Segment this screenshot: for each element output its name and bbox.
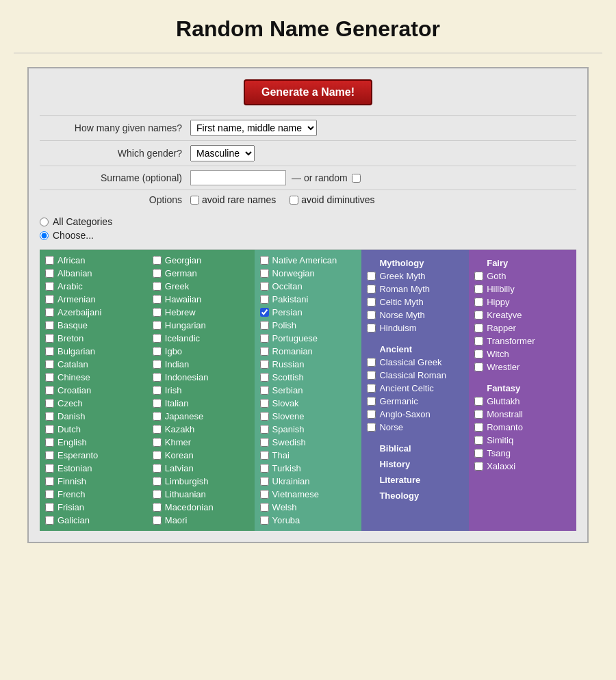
french-checkbox[interactable] [45, 490, 54, 499]
indian-checkbox[interactable] [153, 360, 162, 369]
catalan-checkbox[interactable] [45, 360, 54, 369]
anglo-saxon-checkbox[interactable] [367, 410, 376, 419]
rapper-checkbox[interactable] [474, 324, 483, 332]
japanese-checkbox[interactable] [153, 412, 162, 421]
gluttakh-checkbox[interactable] [474, 397, 483, 406]
arabic-checkbox[interactable] [45, 282, 54, 291]
pakistani-checkbox[interactable] [260, 295, 269, 304]
surname-input[interactable] [190, 170, 286, 185]
polish-checkbox[interactable] [260, 321, 269, 330]
thai-checkbox[interactable] [260, 451, 269, 460]
goth-checkbox[interactable] [474, 272, 483, 280]
welsh-checkbox[interactable] [260, 503, 269, 512]
transformer-checkbox[interactable] [474, 337, 483, 345]
persian-checkbox[interactable] [260, 308, 269, 317]
hungarian-checkbox[interactable] [153, 321, 162, 330]
frisian-checkbox[interactable] [45, 503, 54, 512]
monstrall-checkbox[interactable] [474, 410, 483, 419]
limburgish-checkbox[interactable] [153, 477, 162, 486]
scottish-checkbox[interactable] [260, 373, 269, 382]
hippy-checkbox[interactable] [474, 298, 483, 306]
albanian-checkbox[interactable] [45, 269, 54, 278]
generate-button[interactable]: Generate a Name! [244, 79, 372, 105]
random-surname-checkbox[interactable] [352, 174, 361, 183]
ancient-celtic-checkbox[interactable] [367, 384, 376, 393]
list-item: Vietnamese [260, 488, 357, 501]
choose-radio[interactable] [40, 231, 49, 240]
swedish-checkbox[interactable] [260, 438, 269, 447]
croatian-checkbox[interactable] [45, 386, 54, 395]
korean-checkbox[interactable] [153, 451, 162, 460]
lithuanian-checkbox[interactable] [153, 490, 162, 499]
irish-checkbox[interactable] [153, 386, 162, 395]
russian-checkbox[interactable] [260, 360, 269, 369]
latvian-checkbox[interactable] [153, 464, 162, 473]
dutch-checkbox[interactable] [45, 425, 54, 434]
ukrainian-checkbox[interactable] [260, 477, 269, 486]
icelandic-checkbox[interactable] [153, 334, 162, 343]
breton-checkbox[interactable] [45, 334, 54, 343]
simitiq-checkbox[interactable] [474, 436, 483, 445]
avoid-diminutives-label[interactable]: avoid diminutives [290, 194, 374, 205]
igbo-checkbox[interactable] [153, 347, 162, 356]
norse-myth-checkbox[interactable] [367, 311, 376, 319]
avoid-rare-checkbox[interactable] [190, 196, 199, 205]
italian-checkbox[interactable] [153, 399, 162, 408]
khmer-checkbox[interactable] [153, 438, 162, 447]
african-checkbox[interactable] [45, 256, 54, 265]
chinese-checkbox[interactable] [45, 373, 54, 382]
avoid-rare-label[interactable]: avoid rare names [190, 194, 276, 205]
hinduism-checkbox[interactable] [367, 324, 376, 332]
wrestler-checkbox[interactable] [474, 363, 483, 371]
macedonian-checkbox[interactable] [153, 503, 162, 512]
norwegian-checkbox[interactable] [260, 269, 269, 278]
occitan-checkbox[interactable] [260, 282, 269, 291]
classical-greek-checkbox[interactable] [367, 358, 376, 367]
slovak-checkbox[interactable] [260, 399, 269, 408]
slovene-checkbox[interactable] [260, 412, 269, 421]
greek-myth-checkbox[interactable] [367, 272, 376, 280]
indonesian-checkbox[interactable] [153, 373, 162, 382]
gender-select[interactable]: Masculine Feminine Either [190, 145, 255, 161]
german-checkbox[interactable] [153, 269, 162, 278]
armenian-checkbox[interactable] [45, 295, 54, 304]
yoruba-checkbox[interactable] [260, 516, 269, 525]
tsang-checkbox[interactable] [474, 449, 483, 458]
hebrew-checkbox[interactable] [153, 308, 162, 317]
danish-checkbox[interactable] [45, 412, 54, 421]
xalaxxi-checkbox[interactable] [474, 462, 483, 471]
celtic-myth-checkbox[interactable] [367, 298, 376, 306]
bulgarian-checkbox[interactable] [45, 347, 54, 356]
germanic-checkbox[interactable] [367, 397, 376, 406]
maori-checkbox[interactable] [153, 516, 162, 525]
norse-ancient-checkbox[interactable] [367, 423, 376, 432]
azerbaijani-checkbox[interactable] [45, 308, 54, 317]
georgian-checkbox[interactable] [153, 256, 162, 265]
avoid-diminutives-checkbox[interactable] [290, 196, 298, 205]
witch-checkbox[interactable] [474, 350, 483, 358]
czech-checkbox[interactable] [45, 399, 54, 408]
hillbilly-checkbox[interactable] [474, 285, 483, 293]
kazakh-checkbox[interactable] [153, 425, 162, 434]
greek-checkbox[interactable] [153, 282, 162, 291]
vietnamese-checkbox[interactable] [260, 490, 269, 499]
romanian-checkbox[interactable] [260, 347, 269, 356]
kreatyve-checkbox[interactable] [474, 311, 483, 319]
english-checkbox[interactable] [45, 438, 54, 447]
estonian-checkbox[interactable] [45, 464, 54, 473]
all-categories-radio[interactable] [40, 218, 49, 226]
turkish-checkbox[interactable] [260, 464, 269, 473]
basque-checkbox[interactable] [45, 321, 54, 330]
roman-myth-checkbox[interactable] [367, 285, 376, 293]
hawaiian-checkbox[interactable] [153, 295, 162, 304]
classical-roman-checkbox[interactable] [367, 371, 376, 380]
portuguese-checkbox[interactable] [260, 334, 269, 343]
given-names-select[interactable]: First name only First name, middle name … [190, 120, 317, 136]
galician-checkbox[interactable] [45, 516, 54, 525]
finnish-checkbox[interactable] [45, 477, 54, 486]
esperanto-checkbox[interactable] [45, 451, 54, 460]
romanto-checkbox[interactable] [474, 423, 483, 432]
native-american-checkbox[interactable] [260, 256, 269, 265]
serbian-checkbox[interactable] [260, 386, 269, 395]
spanish-checkbox[interactable] [260, 425, 269, 434]
